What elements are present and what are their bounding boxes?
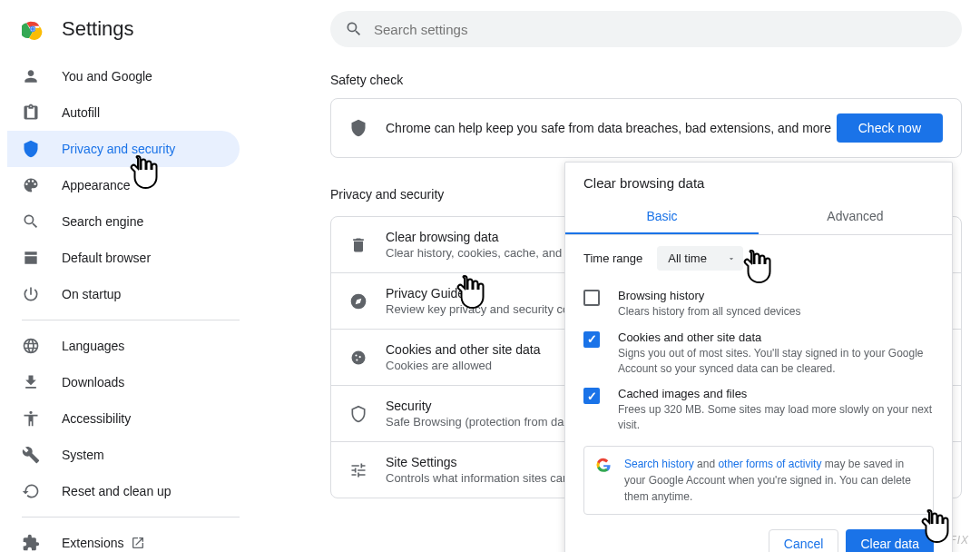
search-icon bbox=[345, 20, 363, 38]
sidebar-divider bbox=[22, 517, 240, 518]
palette-icon bbox=[22, 176, 40, 194]
svg-point-4 bbox=[352, 350, 366, 364]
sidebar-item-languages[interactable]: Languages bbox=[7, 328, 240, 364]
shield-icon bbox=[349, 119, 368, 137]
safety-check-text: Chrome can help keep you safe from data … bbox=[386, 121, 837, 135]
sidebar-item-on-startup[interactable]: On startup bbox=[7, 276, 240, 312]
checkbox-cookies[interactable]: Cookies and other site dataSigns you out… bbox=[583, 325, 934, 382]
sidebar-item-downloads[interactable]: Downloads bbox=[7, 364, 240, 400]
shield-icon bbox=[22, 140, 40, 158]
google-g-icon bbox=[595, 458, 612, 474]
tab-basic[interactable]: Basic bbox=[565, 200, 759, 234]
info-box: Search history and other forms of activi… bbox=[583, 446, 934, 515]
sidebar-item-search-engine[interactable]: Search engine bbox=[7, 203, 240, 240]
trash-icon bbox=[349, 236, 368, 254]
sidebar: You and Google Autofill Privacy and secu… bbox=[7, 58, 240, 552]
dialog-title: Clear browsing data bbox=[565, 163, 952, 200]
sidebar-item-label: On startup bbox=[62, 287, 121, 301]
sidebar-item-label: Privacy and security bbox=[62, 142, 175, 156]
search-icon bbox=[22, 212, 40, 231]
time-range-select[interactable]: All time bbox=[657, 246, 743, 271]
svg-point-5 bbox=[355, 354, 357, 356]
sidebar-divider bbox=[22, 320, 240, 320]
time-range-label: Time range bbox=[583, 251, 642, 265]
sidebar-item-label: Autofill bbox=[62, 105, 100, 120]
svg-point-3 bbox=[31, 27, 34, 31]
power-icon bbox=[22, 285, 40, 303]
check-title: Cookies and other site data bbox=[618, 330, 934, 344]
search-bar[interactable] bbox=[330, 11, 962, 47]
page-title: Settings bbox=[62, 17, 134, 41]
tune-icon bbox=[349, 461, 368, 479]
sidebar-item-label: Appearance bbox=[62, 178, 131, 192]
sidebar-item-system[interactable]: System bbox=[7, 437, 240, 473]
shield-outline-icon bbox=[349, 405, 368, 423]
checkbox-cached[interactable]: Cached images and filesFrees up 320 MB. … bbox=[583, 381, 934, 439]
check-now-button[interactable]: Check now bbox=[837, 113, 943, 143]
restore-icon bbox=[22, 482, 40, 500]
external-link-icon bbox=[131, 536, 145, 550]
sidebar-item-extensions[interactable]: Extensions bbox=[7, 525, 240, 552]
sidebar-item-label: Languages bbox=[62, 339, 124, 353]
clear-browsing-data-dialog: Clear browsing data Basic Advanced Time … bbox=[564, 162, 953, 552]
info-text: and bbox=[694, 458, 719, 470]
wrench-icon bbox=[22, 446, 40, 464]
check-subtitle: Frees up 320 MB. Some sites may load mor… bbox=[618, 402, 934, 433]
chrome-logo-icon bbox=[22, 18, 44, 40]
sidebar-item-label: Extensions bbox=[62, 536, 123, 550]
checkbox-icon[interactable] bbox=[583, 290, 600, 306]
sidebar-item-autofill[interactable]: Autofill bbox=[7, 94, 240, 131]
other-activity-link[interactable]: other forms of activity bbox=[718, 458, 821, 470]
search-history-link[interactable]: Search history bbox=[624, 458, 694, 470]
checkbox-browsing-history[interactable]: Browsing historyClears history from all … bbox=[583, 283, 934, 325]
download-icon bbox=[22, 373, 40, 391]
safety-check-heading: Safety check bbox=[330, 73, 962, 87]
sidebar-item-label: Search engine bbox=[62, 214, 143, 229]
sidebar-item-label: Accessibility bbox=[62, 411, 131, 426]
check-title: Browsing history bbox=[618, 289, 934, 302]
svg-point-6 bbox=[359, 356, 361, 358]
svg-point-7 bbox=[356, 359, 358, 360]
browser-icon bbox=[22, 249, 40, 267]
check-title: Cached images and files bbox=[618, 387, 934, 400]
check-subtitle: Clears history from all synced devices bbox=[618, 304, 934, 320]
sidebar-item-label: Default browser bbox=[62, 251, 151, 265]
time-range-value: All time bbox=[668, 251, 707, 265]
sidebar-item-accessibility[interactable]: Accessibility bbox=[7, 400, 240, 437]
checkbox-icon[interactable] bbox=[583, 331, 600, 348]
search-input[interactable] bbox=[374, 22, 947, 37]
clear-data-button[interactable]: Clear data bbox=[846, 529, 934, 552]
accessibility-icon bbox=[22, 409, 40, 428]
sidebar-item-label: Downloads bbox=[62, 375, 124, 389]
check-subtitle: Signs you out of most sites. You'll stay… bbox=[618, 346, 934, 377]
tab-advanced[interactable]: Advanced bbox=[759, 200, 952, 234]
sidebar-item-label: Reset and clean up bbox=[62, 484, 172, 498]
extension-icon bbox=[22, 534, 40, 552]
globe-icon bbox=[22, 337, 40, 355]
cancel-button[interactable]: Cancel bbox=[769, 529, 839, 552]
sidebar-item-default-browser[interactable]: Default browser bbox=[7, 240, 240, 276]
sidebar-item-you-and-google[interactable]: You and Google bbox=[7, 58, 240, 94]
checkbox-icon[interactable] bbox=[583, 388, 600, 404]
chevron-down-icon bbox=[727, 254, 736, 263]
person-icon bbox=[22, 67, 40, 85]
sidebar-item-label: You and Google bbox=[62, 69, 152, 84]
sidebar-item-label: System bbox=[62, 448, 104, 462]
safety-check-card: Chrome can help keep you safe from data … bbox=[330, 98, 962, 158]
sidebar-item-reset[interactable]: Reset and clean up bbox=[7, 473, 240, 509]
sidebar-item-appearance[interactable]: Appearance bbox=[7, 167, 240, 203]
sidebar-item-privacy-security[interactable]: Privacy and security bbox=[7, 131, 240, 167]
cookie-icon bbox=[349, 349, 368, 367]
compass-icon bbox=[349, 292, 368, 310]
clipboard-icon bbox=[22, 104, 40, 122]
